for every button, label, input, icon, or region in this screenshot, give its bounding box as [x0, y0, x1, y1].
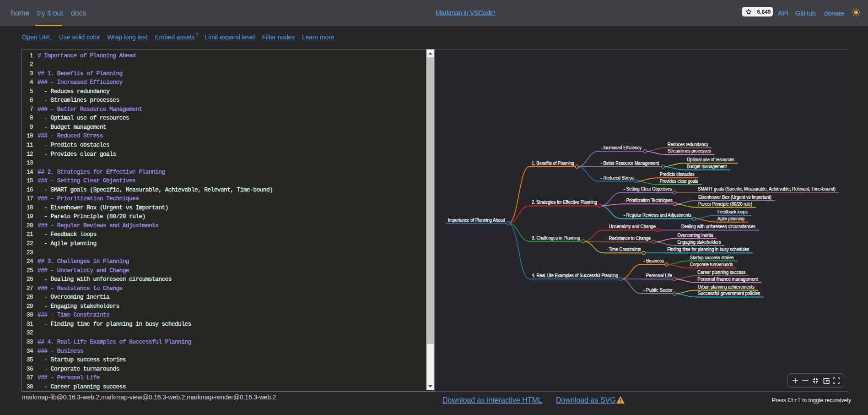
svg-text:- Regular Reviews and Adjustme: - Regular Reviews and Adjustments — [624, 212, 691, 218]
svg-text:Corporate turnarounds: Corporate turnarounds — [690, 262, 733, 267]
svg-text:Reduces redundancy: Reduces redundancy — [668, 142, 709, 147]
svg-text:Personal finance management: Personal finance management — [697, 276, 758, 282]
svg-text:Importance of Planning Ahead: Importance of Planning Ahead — [448, 217, 505, 223]
svg-text:Engaging stakeholders: Engaging stakeholders — [677, 239, 721, 245]
svg-text:Provides clear goals: Provides clear goals — [660, 178, 698, 184]
svg-text:SMART goals (Specific, Measura: SMART goals (Specific, Measurable, Achie… — [698, 186, 836, 191]
svg-text:3. Challenges in Planning: 3. Challenges in Planning — [532, 235, 580, 240]
svg-text:Career planning success: Career planning success — [697, 269, 745, 275]
svg-text:Optimal use of resources: Optimal use of resources — [687, 157, 734, 162]
svg-text:- Business: - Business — [643, 258, 664, 263]
svg-text:- Prioritization Techniques: - Prioritization Techniques — [624, 197, 673, 203]
svg-text:- Public Sector: - Public Sector — [643, 287, 673, 293]
svg-text:- Uncertainty and Change: - Uncertainty and Change — [606, 224, 656, 229]
svg-text:- Increased Efficiency: - Increased Efficiency — [601, 145, 642, 150]
svg-text:Feedback loops: Feedback loops — [717, 209, 748, 214]
svg-text:4. Real-Life Examples of Succe: 4. Real-Life Examples of Successful Plan… — [532, 273, 618, 278]
svg-text:Urban planning achievements: Urban planning achievements — [698, 284, 755, 289]
svg-text:2. Strategies for Effective Pl: 2. Strategies for Effective Planning — [532, 199, 597, 205]
svg-text:1. Benefits of Planning: 1. Benefits of Planning — [532, 160, 574, 166]
svg-text:Successful government policies: Successful government policies — [698, 290, 760, 296]
svg-text:Finding time for planning in b: Finding time for planning in busy schedu… — [667, 246, 749, 252]
svg-text:- Resistance to Change: - Resistance to Change — [606, 235, 651, 241]
svg-text:Startup success stories: Startup success stories — [690, 255, 734, 260]
svg-text:Streamlines processes: Streamlines processes — [668, 148, 711, 153]
svg-text:Pareto Principle (80/20 rule): Pareto Principle (80/20 rule) — [698, 201, 752, 207]
svg-text:Eisenhower Box (Urgent vs Impo: Eisenhower Box (Urgent vs Important) — [698, 194, 771, 200]
svg-text:Overcoming inertia: Overcoming inertia — [677, 232, 713, 238]
svg-text:Predicts obstacles: Predicts obstacles — [660, 171, 695, 177]
svg-text:Budget management: Budget management — [687, 164, 727, 169]
svg-text:Dealing with unforeseen circum: Dealing with unforeseen circumstances — [681, 224, 755, 229]
svg-text:Agile planning: Agile planning — [717, 216, 744, 221]
svg-text:- Better Resource Management: - Better Resource Management — [601, 160, 659, 166]
svg-text:- Setting Clear Objectives: - Setting Clear Objectives — [624, 186, 672, 191]
svg-text:- Reduced Stress: - Reduced Stress — [601, 175, 634, 180]
svg-text:- Personal Life: - Personal Life — [643, 273, 672, 278]
svg-text:- Time Constraints: - Time Constraints — [606, 246, 641, 252]
